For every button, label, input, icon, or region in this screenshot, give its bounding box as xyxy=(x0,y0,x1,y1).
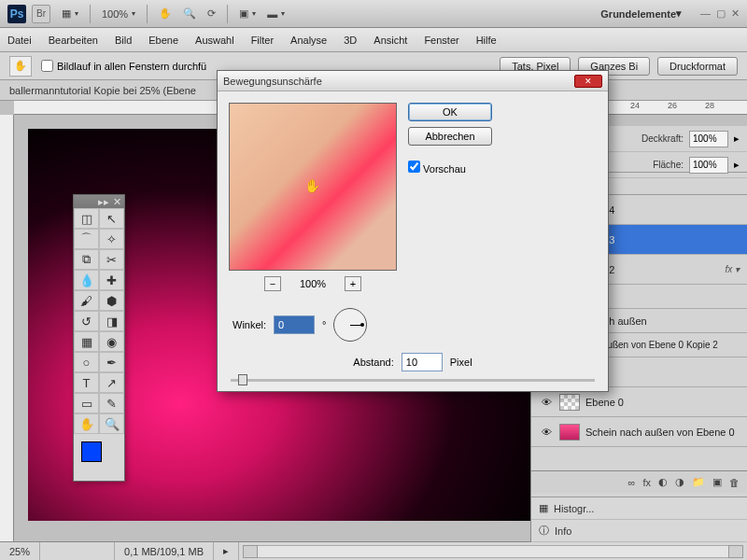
type-tool[interactable]: T xyxy=(74,372,99,393)
gradient-tool[interactable]: ▦ xyxy=(74,331,99,352)
menu-help[interactable]: Hilfe xyxy=(476,35,497,46)
link-layers-icon[interactable]: ∞ xyxy=(628,477,636,488)
zoom-out-button[interactable]: − xyxy=(264,276,281,291)
zoom-tool[interactable]: 🔍 xyxy=(99,413,124,434)
rotate-icon[interactable]: ⟳ xyxy=(202,6,221,21)
chevron-right-icon[interactable]: ▸ xyxy=(734,159,740,171)
pen-tool[interactable]: ✒ xyxy=(99,352,124,372)
move-tool[interactable]: ↖ xyxy=(99,208,124,229)
eyedropper-tool[interactable]: 💧 xyxy=(74,270,99,290)
cancel-button[interactable]: Abbrechen xyxy=(408,127,492,146)
horizontal-scrollbar[interactable] xyxy=(243,545,743,558)
screen-mode-icon[interactable]: ▬ xyxy=(261,7,290,21)
slice-tool[interactable]: ✂ xyxy=(99,249,124,270)
layer-thumbnail[interactable] xyxy=(559,394,580,411)
angle-input[interactable] xyxy=(274,315,315,334)
scroll-all-label: Bildlauf in allen Fenstern durchfü xyxy=(57,61,206,72)
hand-tool-indicator[interactable]: ✋ xyxy=(9,56,32,77)
print-size-button[interactable]: Druckformat xyxy=(657,57,738,76)
tools-panel: ▸▸✕ ◫ ↖ ⌒ ✧ ⧉ ✂ 💧 ✚ 🖌 ⬢ ↺ ◨ ▦ ◉ ○ ✒ T ↗ … xyxy=(73,194,125,482)
lasso-tool[interactable]: ⌒ xyxy=(74,229,99,249)
info-tab[interactable]: ⓘInfo xyxy=(531,520,747,542)
close-icon[interactable]: ✕ xyxy=(574,75,602,88)
opacity-label: Deckkraft: xyxy=(641,133,684,144)
dodge-tool[interactable]: ○ xyxy=(74,352,99,372)
distance-slider[interactable] xyxy=(231,379,595,382)
menu-window[interactable]: Fenster xyxy=(424,35,458,46)
menu-file[interactable]: Datei xyxy=(7,35,32,46)
chevron-right-icon[interactable]: ▸ xyxy=(734,133,740,145)
zoom-icon[interactable]: 🔍 xyxy=(177,6,202,21)
marquee-tool[interactable]: ◫ xyxy=(74,208,99,229)
color-swatches[interactable] xyxy=(74,434,124,481)
menu-layer[interactable]: Ebene xyxy=(148,35,178,46)
magic-wand-tool[interactable]: ✧ xyxy=(99,229,124,249)
shape-tool[interactable]: ▭ xyxy=(74,393,99,413)
eraser-tool[interactable]: ◨ xyxy=(99,311,124,331)
visibility-icon[interactable]: 👁 xyxy=(539,395,554,410)
minimize-button[interactable]: — xyxy=(700,7,711,20)
workspace-switcher[interactable]: Grundelemente xyxy=(593,7,689,20)
menu-image[interactable]: Bild xyxy=(115,35,132,46)
effect-label: Schein nach außen von Ebene 0 xyxy=(585,427,735,438)
crop-tool[interactable]: ⧉ xyxy=(74,249,99,270)
preview-label: Vorschau xyxy=(423,163,466,175)
stamp-tool[interactable]: ⬢ xyxy=(99,290,124,311)
visibility-icon[interactable]: 👁 xyxy=(539,425,554,440)
fx-badge[interactable]: fx ▾ xyxy=(725,264,740,274)
mask-icon[interactable]: ◐ xyxy=(658,476,668,488)
trash-icon[interactable]: 🗑 xyxy=(729,477,740,488)
notes-tool[interactable]: ✎ xyxy=(99,393,124,413)
menu-filter[interactable]: Filter xyxy=(251,35,274,46)
menu-edit[interactable]: Bearbeiten xyxy=(49,35,98,46)
adjustment-icon[interactable]: ◑ xyxy=(675,476,684,488)
zoom-picker[interactable]: 100% xyxy=(96,7,141,21)
folder-icon[interactable]: 📁 xyxy=(692,476,705,488)
histogram-tab[interactable]: ▦Histogr... xyxy=(531,497,747,520)
zoom-status[interactable]: 25% xyxy=(0,542,40,560)
layout-picker[interactable]: ▦ xyxy=(56,6,84,21)
zoom-level: 100% xyxy=(300,278,326,289)
menu-select[interactable]: Auswahl xyxy=(195,35,234,46)
zoom-in-button[interactable]: + xyxy=(345,276,361,291)
filter-preview[interactable] xyxy=(229,103,397,271)
toolbox-close-icon[interactable]: ✕ xyxy=(113,196,121,208)
hand-tool[interactable]: ✋ xyxy=(74,413,99,434)
degree-symbol: ° xyxy=(322,319,326,330)
doc-size-status[interactable]: 0,1 MB/109,1 MB xyxy=(115,542,214,560)
menu-view[interactable]: Ansicht xyxy=(374,35,407,46)
toolbox-collapse-icon[interactable]: ▸▸ xyxy=(98,196,109,208)
restore-button[interactable]: ▢ xyxy=(716,7,726,20)
history-brush-tool[interactable]: ↺ xyxy=(74,311,99,331)
ok-button[interactable]: OK xyxy=(408,103,492,121)
dialog-title: Bewegungsunschärfe xyxy=(223,76,322,87)
status-menu-icon[interactable]: ▸ xyxy=(214,542,239,560)
dialog-titlebar[interactable]: Bewegungsunschärfe ✕ xyxy=(218,71,608,91)
angle-wheel[interactable] xyxy=(333,308,367,342)
menu-3d[interactable]: 3D xyxy=(344,35,357,46)
info-icon: ⓘ xyxy=(539,524,549,538)
fill-label: Fläche: xyxy=(653,160,684,170)
path-tool[interactable]: ↗ xyxy=(99,372,124,393)
effect-item[interactable]: 👁Schein nach außen von Ebene 0 xyxy=(531,417,747,447)
close-button[interactable]: ✕ xyxy=(731,7,740,20)
healing-tool[interactable]: ✚ xyxy=(99,270,124,290)
hand-icon[interactable]: ✋ xyxy=(153,6,177,21)
layer-thumbnail[interactable] xyxy=(559,424,580,441)
fx-icon[interactable]: fx xyxy=(642,477,651,488)
menu-analysis[interactable]: Analyse xyxy=(290,35,327,46)
layers-footer: ∞ fx ◐ ◑ 📁 ▣ 🗑 xyxy=(531,470,747,493)
scroll-all-checkbox[interactable]: Bildlauf in allen Fenstern durchfü xyxy=(41,60,206,72)
ruler-tick: 28 xyxy=(705,101,714,110)
blur-tool[interactable]: ◉ xyxy=(99,331,124,352)
distance-input[interactable] xyxy=(402,353,443,371)
bridge-icon[interactable]: Br xyxy=(32,5,50,23)
new-layer-icon[interactable]: ▣ xyxy=(712,476,722,488)
opacity-input[interactable]: 100% xyxy=(689,131,728,147)
brush-tool[interactable]: 🖌 xyxy=(74,290,99,311)
preview-checkbox[interactable]: Vorschau xyxy=(408,161,492,175)
foreground-color[interactable] xyxy=(81,441,102,462)
fill-input[interactable]: 100% xyxy=(689,157,728,174)
info-label: Info xyxy=(555,525,571,537)
arrange-icon[interactable]: ▣ xyxy=(233,6,261,21)
